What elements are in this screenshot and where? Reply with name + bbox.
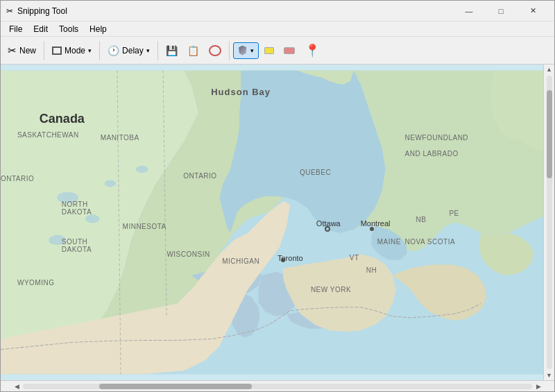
menu-file[interactable]: File — [3, 23, 28, 35]
separator-1 — [44, 41, 44, 60]
svg-point-5 — [135, 166, 148, 173]
new-label: New — [19, 46, 36, 56]
scroll-right-button[interactable]: ▶ — [533, 382, 543, 391]
map-area: Hudson Bay Canada MANITOBA ONTARIO QUEBE… — [1, 65, 554, 380]
highlighter-icon — [264, 47, 274, 54]
menu-help[interactable]: Help — [84, 23, 112, 35]
scroll-up-button[interactable]: ▲ — [545, 65, 554, 74]
horizontal-scrollbar: ◀ ▶ — [1, 380, 554, 391]
pen-dropdown-arrow[interactable]: ▾ — [250, 47, 254, 54]
minimize-button[interactable]: — — [453, 1, 485, 22]
copy-button[interactable]: 📋 — [183, 42, 203, 59]
menu-bar: File Edit Tools Help — [1, 22, 554, 37]
eraser-icon — [284, 47, 295, 54]
eraser-button[interactable] — [280, 44, 299, 57]
separator-3 — [157, 41, 158, 60]
menu-tools[interactable]: Tools — [53, 23, 84, 35]
scroll-left-button[interactable]: ◀ — [12, 382, 22, 391]
ottawa-dot — [325, 226, 330, 232]
mode-button[interactable]: Mode ▾ — [48, 43, 96, 58]
new-button[interactable]: ✂ New — [3, 42, 40, 60]
copy-icon: 📋 — [187, 45, 199, 56]
mode-icon — [52, 46, 62, 55]
window-controls: — □ ✕ — [453, 1, 549, 22]
snipping-tool-window: ✂ Snipping Tool — □ ✕ File Edit Tools He… — [0, 0, 555, 392]
svg-point-1 — [57, 192, 78, 203]
vertical-scrollbar: ▲ ▼ — [543, 65, 554, 380]
mode-label: Mode — [65, 46, 85, 56]
v-scroll-track — [547, 76, 552, 369]
mode-dropdown-arrow: ▾ — [88, 47, 92, 54]
save-button[interactable]: 💾 — [162, 42, 182, 59]
separator-2 — [99, 41, 100, 60]
scissors-icon: ✂ — [8, 44, 17, 57]
highlighter-button[interactable] — [260, 44, 278, 57]
h-scroll-thumb[interactable] — [99, 384, 252, 389]
map-svg — [1, 65, 554, 380]
svg-point-4 — [105, 180, 116, 187]
pen-button[interactable]: ▾ — [233, 42, 259, 59]
lasso-button[interactable] — [205, 42, 225, 59]
title-bar: ✂ Snipping Tool — □ ✕ — [1, 1, 554, 22]
app-icon: ✂ — [6, 6, 13, 16]
pin-icon: 📍 — [305, 44, 320, 57]
separator-4 — [229, 41, 230, 60]
save-icon: 💾 — [166, 45, 178, 56]
delay-button[interactable]: 🕐 Delay ▾ — [103, 42, 154, 59]
pin-button[interactable]: 📍 — [300, 42, 324, 60]
lasso-icon — [209, 45, 221, 56]
menu-edit[interactable]: Edit — [28, 23, 53, 35]
svg-point-2 — [85, 214, 99, 223]
pen-icon — [238, 46, 248, 56]
toronto-dot — [281, 258, 285, 262]
svg-point-3 — [49, 235, 65, 245]
delay-label: Delay — [122, 46, 144, 56]
window-title: Snipping Tool — [17, 6, 453, 16]
delay-dropdown-arrow: ▾ — [146, 47, 150, 54]
scroll-down-button[interactable]: ▼ — [545, 370, 554, 380]
montreal-dot — [370, 227, 374, 231]
v-scroll-thumb[interactable] — [547, 90, 552, 178]
toolbar: ✂ New Mode ▾ 🕐 Delay ▾ 💾 📋 — [1, 37, 554, 65]
maximize-button[interactable]: □ — [485, 1, 517, 22]
close-button[interactable]: ✕ — [517, 1, 549, 22]
clock-icon: 🕐 — [108, 45, 119, 56]
h-scroll-track — [23, 384, 532, 389]
